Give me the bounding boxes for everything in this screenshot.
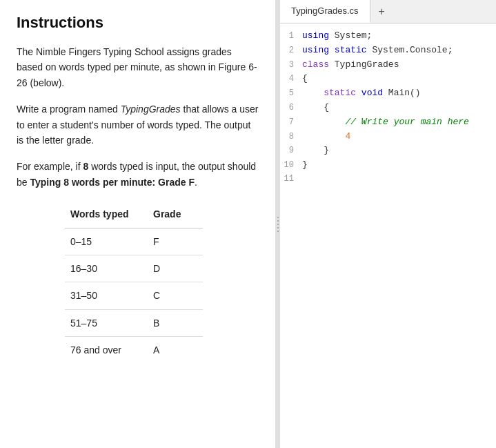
line-number: 5 [280,87,302,100]
line-content: using static System.Console; [302,43,496,58]
line-number: 11 [280,173,302,186]
divider-handle [277,217,279,232]
line-number: 8 [280,130,302,144]
code-line: 11 [280,173,496,186]
code-line: 10} [280,158,496,173]
code-line: 8 4 [280,130,496,144]
tab-add-icon: + [379,6,385,18]
table-row: 0–15F [65,228,203,255]
p3-suffix: . [195,177,197,188]
cell-words: 0–15 [65,228,148,255]
paragraph-2: Write a program named TypingGrades that … [17,101,259,148]
cell-grade: C [148,282,203,309]
cell-words: 76 and over [65,337,148,364]
instructions-body: The Nimble Fingers Typing School assigns… [17,44,259,363]
instructions-panel: Instructions The Nimble Fingers Typing S… [0,0,276,448]
code-editor-panel: TypingGrades.cs + 1using System;2using s… [280,0,496,448]
p2-italic: TypingGrades [121,104,181,115]
line-number: 1 [280,30,302,43]
cell-grade: F [148,228,203,255]
line-content: class TypingGrades [302,58,496,72]
cell-grade: B [148,309,203,336]
code-line: 1using System; [280,29,496,43]
cell-grade: D [148,255,203,282]
line-number: 2 [280,44,302,57]
cell-words: 51–75 [65,309,148,336]
line-content: // Write your main here [302,115,496,130]
paragraph-3: For example, if 8 words typed is input, … [17,159,259,190]
line-number: 10 [280,159,302,172]
col-header-words: Words typed [65,201,148,228]
line-number: 6 [280,101,302,115]
code-line: 7 // Write your main here [280,115,496,130]
code-line: 9 } [280,144,496,158]
p2-prefix: Write a program named [17,104,121,115]
line-number: 4 [280,72,302,86]
line-content: using System; [302,29,496,43]
code-line: 6 { [280,101,496,115]
tab-label: TypingGrades.cs [291,6,359,16]
line-content: } [302,144,496,158]
line-number: 3 [280,59,302,72]
tab-typing-grades[interactable]: TypingGrades.cs [280,0,370,23]
line-content: } [302,158,496,173]
instructions-title: Instructions [17,14,259,32]
line-content: { [302,72,496,86]
editor-tabs: TypingGrades.cs + [280,0,496,23]
cell-words: 31–50 [65,282,148,309]
table-row: 51–75B [65,309,203,336]
line-content: 4 [302,130,496,144]
table-row: 16–30D [65,255,203,282]
paragraph-1: The Nimble Fingers Typing School assigns… [17,44,259,90]
cell-grade: A [148,337,203,364]
p3-bold2: Typing 8 words per minute: Grade F [30,177,195,188]
line-content: static void Main() [302,86,496,101]
col-header-grade: Grade [148,201,203,228]
cell-words: 16–30 [65,255,148,282]
code-line: 2using static System.Console; [280,43,496,58]
code-line: 5 static void Main() [280,86,496,101]
table-row: 31–50C [65,282,203,309]
code-line: 3class TypingGrades [280,58,496,72]
line-number: 7 [280,116,302,129]
grade-table-wrapper: Words typed Grade 0–15F16–30D31–50C51–75… [65,201,259,363]
code-line: 4{ [280,72,496,86]
code-area[interactable]: 1using System;2using static System.Conso… [280,23,496,448]
tab-add-button[interactable]: + [370,0,393,23]
p3-prefix: For example, if [17,161,83,172]
line-content: { [302,101,496,115]
table-row: 76 and overA [65,337,203,364]
grade-table: Words typed Grade 0–15F16–30D31–50C51–75… [65,201,203,363]
line-number: 9 [280,144,302,157]
